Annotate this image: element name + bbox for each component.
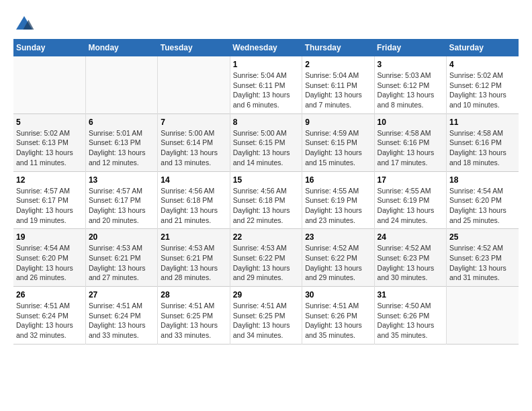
day-info: Sunrise: 5:03 AM Sunset: 6:12 PM Dayligh… xyxy=(378,71,443,110)
day-info: Sunrise: 4:53 AM Sunset: 6:21 PM Dayligh… xyxy=(161,243,226,283)
calendar-cell: 20Sunrise: 4:53 AM Sunset: 6:21 PM Dayli… xyxy=(85,229,157,287)
day-number: 24 xyxy=(378,232,443,242)
calendar-cell: 15Sunrise: 4:56 AM Sunset: 6:18 PM Dayli… xyxy=(230,171,302,229)
weekday-header-row: SundayMondayTuesdayWednesdayThursdayFrid… xyxy=(13,39,519,56)
calendar-week-row: 26Sunrise: 4:51 AM Sunset: 6:24 PM Dayli… xyxy=(13,287,519,345)
calendar-cell: 17Sunrise: 4:55 AM Sunset: 6:19 PM Dayli… xyxy=(374,171,446,229)
weekday-header-friday: Friday xyxy=(374,39,446,56)
day-number: 12 xyxy=(16,175,83,185)
day-number: 27 xyxy=(89,290,154,300)
calendar-cell: 6Sunrise: 5:01 AM Sunset: 6:13 PM Daylig… xyxy=(85,113,157,171)
calendar-cell: 8Sunrise: 5:00 AM Sunset: 6:15 PM Daylig… xyxy=(230,113,302,171)
day-info: Sunrise: 4:52 AM Sunset: 6:23 PM Dayligh… xyxy=(449,243,516,283)
calendar-cell: 2Sunrise: 5:04 AM Sunset: 6:11 PM Daylig… xyxy=(302,56,374,113)
calendar-cell: 28Sunrise: 4:51 AM Sunset: 6:25 PM Dayli… xyxy=(158,287,230,345)
calendar-cell: 13Sunrise: 4:57 AM Sunset: 6:17 PM Dayli… xyxy=(85,171,157,229)
calendar-cell xyxy=(447,287,519,345)
day-number: 11 xyxy=(449,118,516,127)
day-info: Sunrise: 4:52 AM Sunset: 6:22 PM Dayligh… xyxy=(305,243,371,283)
calendar-cell: 23Sunrise: 4:52 AM Sunset: 6:22 PM Dayli… xyxy=(302,229,374,287)
calendar-table: SundayMondayTuesdayWednesdayThursdayFrid… xyxy=(13,39,519,345)
weekday-header-thursday: Thursday xyxy=(302,39,374,56)
day-number: 9 xyxy=(305,118,371,127)
calendar-cell xyxy=(158,56,230,113)
day-info: Sunrise: 4:59 AM Sunset: 6:15 PM Dayligh… xyxy=(305,128,371,168)
day-info: Sunrise: 5:04 AM Sunset: 6:11 PM Dayligh… xyxy=(305,71,371,110)
day-number: 23 xyxy=(305,232,371,242)
weekday-header-sunday: Sunday xyxy=(13,39,85,56)
day-number: 6 xyxy=(89,118,154,127)
day-info: Sunrise: 4:51 AM Sunset: 6:24 PM Dayligh… xyxy=(89,301,154,340)
day-info: Sunrise: 4:55 AM Sunset: 6:19 PM Dayligh… xyxy=(305,186,371,226)
calendar-cell: 9Sunrise: 4:59 AM Sunset: 6:15 PM Daylig… xyxy=(302,113,374,171)
day-number: 10 xyxy=(378,118,443,127)
day-info: Sunrise: 4:56 AM Sunset: 6:18 PM Dayligh… xyxy=(161,186,226,226)
calendar-week-row: 19Sunrise: 4:54 AM Sunset: 6:20 PM Dayli… xyxy=(13,229,519,287)
day-number: 29 xyxy=(233,290,299,300)
calendar-cell: 14Sunrise: 4:56 AM Sunset: 6:18 PM Dayli… xyxy=(158,171,230,229)
day-info: Sunrise: 5:02 AM Sunset: 6:13 PM Dayligh… xyxy=(16,128,83,168)
day-info: Sunrise: 4:55 AM Sunset: 6:19 PM Dayligh… xyxy=(378,186,443,226)
day-number: 25 xyxy=(449,232,516,242)
calendar-cell: 10Sunrise: 4:58 AM Sunset: 6:16 PM Dayli… xyxy=(374,113,446,171)
calendar-cell: 11Sunrise: 4:58 AM Sunset: 6:16 PM Dayli… xyxy=(447,113,519,171)
page-header xyxy=(13,13,519,32)
day-number: 30 xyxy=(305,290,371,300)
weekday-header-saturday: Saturday xyxy=(447,39,519,56)
logo xyxy=(13,13,36,32)
weekday-header-tuesday: Tuesday xyxy=(158,39,230,56)
day-info: Sunrise: 4:52 AM Sunset: 6:23 PM Dayligh… xyxy=(378,243,443,283)
day-number: 13 xyxy=(89,175,154,185)
day-number: 3 xyxy=(378,60,443,69)
day-number: 28 xyxy=(161,290,226,300)
day-number: 7 xyxy=(161,118,226,127)
day-info: Sunrise: 4:57 AM Sunset: 6:17 PM Dayligh… xyxy=(89,186,154,226)
calendar-week-row: 1Sunrise: 5:04 AM Sunset: 6:11 PM Daylig… xyxy=(13,56,519,113)
logo-icon xyxy=(13,13,35,32)
calendar-cell: 4Sunrise: 5:02 AM Sunset: 6:12 PM Daylig… xyxy=(447,56,519,113)
day-info: Sunrise: 4:56 AM Sunset: 6:18 PM Dayligh… xyxy=(233,186,299,226)
day-number: 21 xyxy=(161,232,226,242)
calendar-cell: 29Sunrise: 4:51 AM Sunset: 6:25 PM Dayli… xyxy=(230,287,302,345)
calendar-cell xyxy=(13,56,85,113)
calendar-cell xyxy=(85,56,157,113)
day-number: 18 xyxy=(449,175,516,185)
day-number: 19 xyxy=(16,232,83,242)
day-info: Sunrise: 5:00 AM Sunset: 6:14 PM Dayligh… xyxy=(161,128,226,168)
day-info: Sunrise: 4:53 AM Sunset: 6:22 PM Dayligh… xyxy=(233,243,299,283)
calendar-cell: 27Sunrise: 4:51 AM Sunset: 6:24 PM Dayli… xyxy=(85,287,157,345)
day-info: Sunrise: 4:54 AM Sunset: 6:20 PM Dayligh… xyxy=(16,243,83,283)
day-number: 16 xyxy=(305,175,371,185)
day-number: 31 xyxy=(378,290,443,300)
day-info: Sunrise: 4:54 AM Sunset: 6:20 PM Dayligh… xyxy=(449,186,516,226)
calendar-week-row: 12Sunrise: 4:57 AM Sunset: 6:17 PM Dayli… xyxy=(13,171,519,229)
weekday-header-wednesday: Wednesday xyxy=(230,39,302,56)
day-number: 1 xyxy=(233,60,299,69)
calendar-cell: 22Sunrise: 4:53 AM Sunset: 6:22 PM Dayli… xyxy=(230,229,302,287)
calendar-cell: 24Sunrise: 4:52 AM Sunset: 6:23 PM Dayli… xyxy=(374,229,446,287)
day-info: Sunrise: 4:51 AM Sunset: 6:26 PM Dayligh… xyxy=(305,301,371,340)
calendar-cell: 18Sunrise: 4:54 AM Sunset: 6:20 PM Dayli… xyxy=(447,171,519,229)
calendar-cell: 21Sunrise: 4:53 AM Sunset: 6:21 PM Dayli… xyxy=(158,229,230,287)
calendar-cell: 30Sunrise: 4:51 AM Sunset: 6:26 PM Dayli… xyxy=(302,287,374,345)
weekday-header-monday: Monday xyxy=(85,39,157,56)
day-number: 14 xyxy=(161,175,226,185)
day-info: Sunrise: 4:57 AM Sunset: 6:17 PM Dayligh… xyxy=(16,186,83,226)
calendar-cell: 16Sunrise: 4:55 AM Sunset: 6:19 PM Dayli… xyxy=(302,171,374,229)
calendar-cell: 26Sunrise: 4:51 AM Sunset: 6:24 PM Dayli… xyxy=(13,287,85,345)
calendar-cell: 5Sunrise: 5:02 AM Sunset: 6:13 PM Daylig… xyxy=(13,113,85,171)
day-info: Sunrise: 5:04 AM Sunset: 6:11 PM Dayligh… xyxy=(233,71,299,110)
day-number: 15 xyxy=(233,175,299,185)
calendar-cell: 31Sunrise: 4:50 AM Sunset: 6:26 PM Dayli… xyxy=(374,287,446,345)
day-number: 20 xyxy=(89,232,154,242)
calendar-cell: 3Sunrise: 5:03 AM Sunset: 6:12 PM Daylig… xyxy=(374,56,446,113)
day-info: Sunrise: 5:01 AM Sunset: 6:13 PM Dayligh… xyxy=(89,128,154,168)
calendar-cell: 12Sunrise: 4:57 AM Sunset: 6:17 PM Dayli… xyxy=(13,171,85,229)
day-info: Sunrise: 4:51 AM Sunset: 6:24 PM Dayligh… xyxy=(16,301,83,340)
calendar-cell: 1Sunrise: 5:04 AM Sunset: 6:11 PM Daylig… xyxy=(230,56,302,113)
day-number: 5 xyxy=(16,118,83,127)
calendar-week-row: 5Sunrise: 5:02 AM Sunset: 6:13 PM Daylig… xyxy=(13,113,519,171)
day-info: Sunrise: 4:50 AM Sunset: 6:26 PM Dayligh… xyxy=(378,301,443,340)
day-info: Sunrise: 4:51 AM Sunset: 6:25 PM Dayligh… xyxy=(161,301,226,340)
day-number: 22 xyxy=(233,232,299,242)
